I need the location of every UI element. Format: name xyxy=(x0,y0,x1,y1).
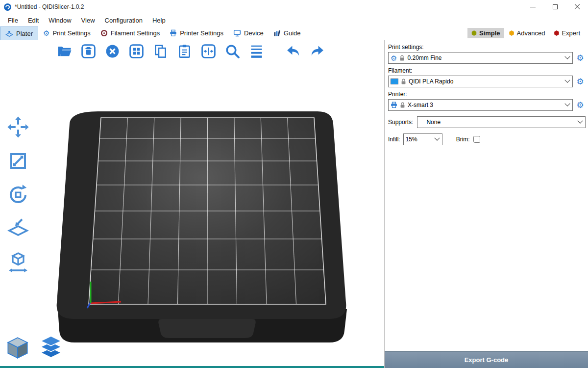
copy-icon xyxy=(152,43,169,59)
rotate-icon xyxy=(6,183,30,207)
print-settings-label: Print settings: xyxy=(388,44,586,51)
measure-button[interactable] xyxy=(5,249,31,276)
printer-combo[interactable]: X-smart 3 xyxy=(388,99,573,111)
arrange-button[interactable] xyxy=(127,42,146,60)
viewport-bottom-strip xyxy=(0,366,384,368)
supports-value: None xyxy=(419,119,576,126)
tab-guide-label: Guide xyxy=(284,29,301,37)
mode-switcher: Simple Advanced Expert xyxy=(467,26,588,40)
viewport-toolbar xyxy=(55,42,326,60)
tab-plater[interactable]: Plater xyxy=(0,26,38,40)
printer-value: X-smart 3 xyxy=(408,102,563,108)
chevron-down-icon xyxy=(564,78,570,83)
printer-icon xyxy=(391,102,397,108)
delete-all-button[interactable] xyxy=(103,42,122,60)
export-gcode-button[interactable]: Export G-code xyxy=(385,351,588,368)
maximize-icon xyxy=(553,4,558,9)
tab-guide[interactable]: Guide xyxy=(269,26,306,40)
plater-icon xyxy=(5,29,13,37)
split-button[interactable] xyxy=(199,42,218,60)
mode-advanced-label: Advanced xyxy=(517,29,545,37)
viewport-canvas[interactable] xyxy=(0,40,385,368)
expert-mode-icon xyxy=(554,30,559,36)
filament-color-swatch xyxy=(391,79,398,84)
search-icon xyxy=(224,43,241,59)
maximize-button[interactable] xyxy=(544,0,566,14)
scale-button[interactable] xyxy=(5,148,31,174)
preview-view-button[interactable] xyxy=(37,335,65,362)
delete-all-icon xyxy=(104,43,121,59)
undo-button[interactable] xyxy=(284,42,302,60)
mode-expert[interactable]: Expert xyxy=(550,28,584,38)
redo-button[interactable] xyxy=(308,42,326,60)
menu-file[interactable]: File xyxy=(3,15,23,26)
brim-label: Brim: xyxy=(456,136,470,143)
filament-value: QIDI PLA Rapido xyxy=(409,78,563,85)
place-on-face-button[interactable] xyxy=(5,215,31,242)
print-settings-gear-button[interactable]: ⚙ xyxy=(575,54,586,62)
menu-view[interactable]: View xyxy=(76,15,100,26)
search-button[interactable] xyxy=(223,42,242,60)
delete-button[interactable] xyxy=(79,42,98,60)
lock-icon xyxy=(401,79,406,85)
move-button[interactable] xyxy=(5,114,31,140)
rotate-button[interactable] xyxy=(5,182,31,208)
chevron-down-icon xyxy=(577,118,583,124)
chevron-down-icon xyxy=(564,54,570,59)
simple-mode-icon xyxy=(471,30,477,36)
measure-icon xyxy=(6,251,30,274)
view-switch xyxy=(4,335,65,362)
print-settings-combo[interactable]: ⚙ 0.20mm Fine xyxy=(388,52,573,64)
gear-icon: ⚙ xyxy=(391,54,397,62)
filament-combo[interactable]: QIDI PLA Rapido xyxy=(388,76,573,87)
advanced-mode-icon xyxy=(509,30,514,36)
mode-expert-label: Expert xyxy=(562,29,580,37)
tab-printer-settings[interactable]: Printer Settings xyxy=(165,26,228,40)
window-title: *Untitled - QIDISlicer-1.0.2 xyxy=(15,3,84,10)
redo-icon xyxy=(309,43,325,59)
variable-layer-height-button[interactable] xyxy=(247,42,266,60)
tab-print-settings[interactable]: ⚙ Print Settings xyxy=(38,26,96,40)
move-icon xyxy=(6,115,30,139)
mode-advanced[interactable]: Advanced xyxy=(505,28,549,38)
editor-view-button[interactable] xyxy=(4,335,31,362)
tab-device[interactable]: Device xyxy=(228,26,269,40)
supports-combo[interactable]: None xyxy=(417,116,586,128)
arrange-icon xyxy=(128,43,145,59)
3d-editor-view-icon xyxy=(4,335,31,362)
mode-simple[interactable]: Simple xyxy=(467,28,504,38)
menu-window[interactable]: Window xyxy=(44,15,76,26)
filament-spool-icon xyxy=(100,29,108,37)
open-folder-button[interactable] xyxy=(55,42,74,60)
minimize-button[interactable] xyxy=(522,0,544,14)
guide-books-icon xyxy=(273,29,281,37)
filament-gear-button[interactable]: ⚙ xyxy=(575,78,586,86)
minimize-icon xyxy=(530,7,536,7)
print-settings-value: 0.20mm Fine xyxy=(407,54,563,61)
gear-icon: ⚙ xyxy=(43,29,49,37)
chevron-down-icon xyxy=(564,101,570,106)
scale-icon xyxy=(6,149,30,173)
menu-edit[interactable]: Edit xyxy=(23,15,44,26)
filament-label: Filament: xyxy=(388,67,586,74)
brim-checkbox[interactable] xyxy=(473,136,480,143)
sidebar: Print settings: ⚙ 0.20mm Fine ⚙ Filament… xyxy=(385,40,588,368)
window-controls xyxy=(522,0,588,14)
print-bed xyxy=(0,40,385,368)
chevron-down-icon xyxy=(434,135,440,141)
menu-configuration[interactable]: Configuration xyxy=(100,15,147,26)
printer-gear-button[interactable]: ⚙ xyxy=(575,101,586,109)
menu-help[interactable]: Help xyxy=(147,15,171,26)
close-icon xyxy=(574,4,580,10)
tab-device-label: Device xyxy=(244,29,264,37)
copy-button[interactable] xyxy=(151,42,170,60)
titlebar: *Untitled - QIDISlicer-1.0.2 xyxy=(0,0,588,14)
tab-filament-settings-label: Filament Settings xyxy=(111,29,160,37)
close-button[interactable] xyxy=(566,0,588,14)
lock-icon xyxy=(400,102,405,108)
printer-label: Printer: xyxy=(388,91,586,98)
tab-filament-settings[interactable]: Filament Settings xyxy=(96,26,165,40)
infill-combo[interactable]: 15% xyxy=(403,133,442,145)
paste-button[interactable] xyxy=(175,42,194,60)
monitor-icon xyxy=(233,29,241,37)
